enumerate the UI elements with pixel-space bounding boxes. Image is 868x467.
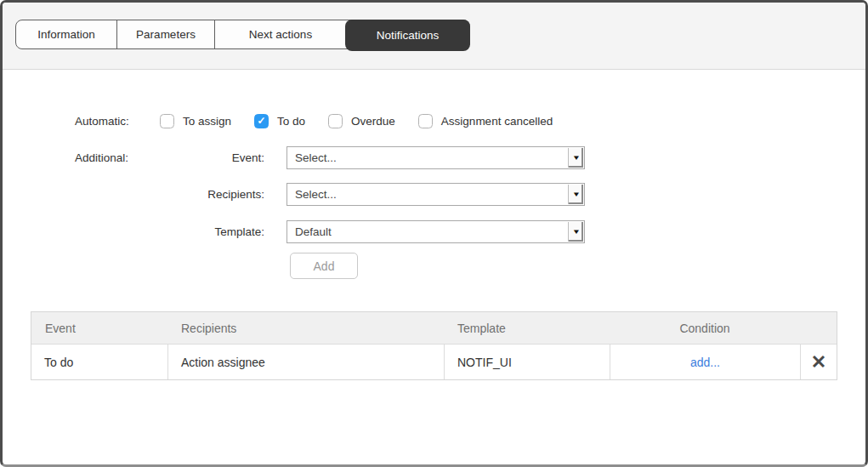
add-button[interactable]: Add <box>290 253 358 279</box>
template-select[interactable]: Default ▼ <box>286 220 585 243</box>
tab-information[interactable]: Information <box>16 20 116 48</box>
assignment-cancelled-checkbox[interactable]: ✓ <box>418 114 433 128</box>
check-icon: ✓ <box>258 116 266 126</box>
table-row: To do Action assignee NOTIF_UI add... ✕ <box>31 344 837 379</box>
to-assign-label: To assign <box>183 115 231 128</box>
recipients-row: Recipients: Select... ▼ <box>75 183 585 206</box>
checkbox-item-to-do[interactable]: ✓ To do <box>254 114 305 128</box>
delete-row-icon[interactable]: ✕ <box>811 353 826 372</box>
chevron-down-icon: ▼ <box>571 191 580 198</box>
tab-group: Information Parameters Next actions Noti… <box>15 20 470 49</box>
tab-notifications[interactable]: Notifications <box>345 20 470 51</box>
recipients-select-value: Select... <box>295 188 337 201</box>
recipients-label: Recipients: <box>167 188 264 201</box>
to-do-label: To do <box>277 115 305 128</box>
header-event: Event <box>31 312 167 344</box>
event-row: Additional: Event: Select... ▼ <box>75 146 585 169</box>
automatic-row: Automatic: ✓ To assign ✓ To do ✓ Overdue… <box>75 111 576 130</box>
recipients-select[interactable]: Select... ▼ <box>286 183 585 206</box>
overdue-label: Overdue <box>351 115 395 128</box>
tab-next-actions[interactable]: Next actions <box>214 20 346 48</box>
cell-template: NOTIF_UI <box>444 345 610 379</box>
chevron-down-icon: ▼ <box>571 154 580 162</box>
event-select[interactable]: Select... ▼ <box>286 146 585 169</box>
notifications-panel: Information Parameters Next actions Noti… <box>0 0 868 467</box>
to-do-checkbox[interactable]: ✓ <box>254 114 269 128</box>
cell-event: To do <box>31 345 167 379</box>
checkbox-item-overdue[interactable]: ✓ Overdue <box>328 114 395 128</box>
checkbox-item-assignment-cancelled[interactable]: ✓ Assignment cancelled <box>418 114 553 128</box>
tab-parameters[interactable]: Parameters <box>116 20 214 48</box>
tab-bar: Information Parameters Next actions Noti… <box>3 3 865 70</box>
dropdown-button[interactable]: ▼ <box>568 185 583 204</box>
overdue-checkbox[interactable]: ✓ <box>328 114 343 128</box>
assignment-cancelled-label: Assignment cancelled <box>441 115 553 128</box>
to-assign-checkbox[interactable]: ✓ <box>160 114 174 128</box>
header-actions <box>800 312 837 344</box>
automatic-label: Automatic: <box>75 115 160 128</box>
template-label: Template: <box>167 225 264 238</box>
event-select-value: Select... <box>295 151 337 164</box>
table-header: Event Recipients Template Condition <box>31 312 837 344</box>
chevron-down-icon: ▼ <box>571 228 580 236</box>
notifications-table: Event Recipients Template Condition To d… <box>31 311 837 380</box>
cell-condition: add... <box>610 345 800 379</box>
dropdown-button[interactable]: ▼ <box>568 148 583 168</box>
add-condition-link[interactable]: add... <box>690 356 720 369</box>
dropdown-button[interactable]: ▼ <box>568 222 583 242</box>
header-recipients: Recipients <box>167 312 444 344</box>
event-label: Event: <box>167 151 264 164</box>
template-select-value: Default <box>295 225 332 238</box>
header-template: Template <box>444 312 610 344</box>
additional-label: Additional: <box>75 151 167 164</box>
cell-recipients: Action assignee <box>167 345 444 379</box>
header-condition: Condition <box>610 312 800 344</box>
cell-delete: ✕ <box>800 345 837 379</box>
template-row: Template: Default ▼ <box>75 220 585 243</box>
checkbox-item-to-assign[interactable]: ✓ To assign <box>160 114 231 128</box>
